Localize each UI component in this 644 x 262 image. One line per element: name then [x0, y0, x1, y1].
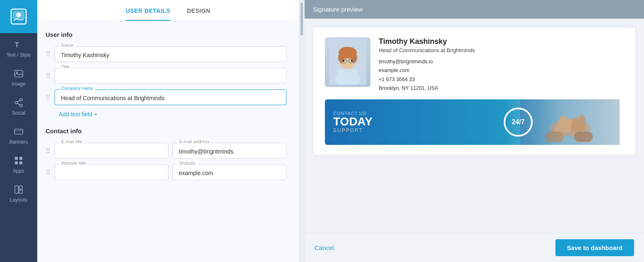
sidebar-item-layouts[interactable]: Layouts	[0, 178, 37, 207]
svg-point-8	[20, 104, 22, 107]
sidebar-item-image[interactable]: Image	[0, 62, 37, 91]
signature-card: Timothy Kashinsky Head of Communications…	[313, 27, 636, 155]
sig-email: timothy@brigntminds.io	[379, 58, 624, 66]
svg-point-30	[343, 60, 344, 62]
avatar-svg	[329, 39, 366, 85]
title-field-row: ⠿ Title	[46, 68, 286, 84]
svg-rect-16	[19, 161, 22, 164]
save-button[interactable]: Save to dashboard	[555, 239, 634, 256]
svg-rect-4	[14, 70, 23, 77]
preview-area: Signature preview	[305, 0, 644, 233]
social-icon	[14, 98, 24, 108]
tab-design[interactable]: DESIGN	[187, 7, 210, 21]
icon-sidebar: T Text / Style Image Social Banners	[0, 0, 37, 262]
logo-icon	[10, 8, 27, 25]
email-title-wrapper: E-mail title	[55, 143, 168, 159]
banner-clock: 24/7	[504, 108, 533, 137]
company-field-row: ⠿ Company name	[46, 89, 286, 105]
sidebar-item-label: Text / Style	[7, 52, 31, 58]
scroll-thumb[interactable]	[300, 2, 303, 36]
banner-247-label: 24/7	[512, 118, 524, 126]
drag-handle-email[interactable]: ⠿	[46, 147, 50, 155]
sidebar-item-label: Social	[12, 110, 26, 116]
sig-name: Timothy Kashinsky	[379, 37, 624, 46]
svg-rect-19	[19, 190, 22, 193]
title-input[interactable]	[55, 68, 286, 84]
website-title-wrapper: Website title	[55, 164, 168, 180]
website-title-input[interactable]	[55, 164, 168, 180]
banner-text: CONTACT US TODAY SUPPORT	[325, 111, 381, 133]
title-field-wrapper: Title	[55, 68, 286, 84]
svg-point-6	[20, 99, 22, 101]
svg-point-31	[351, 60, 353, 62]
sig-title: Head of Communications at Brightminds	[379, 47, 624, 53]
sig-contact: timothy@brigntminds.io example.com +1 67…	[379, 58, 624, 93]
website-field-row: ⠿ Website title Website	[46, 164, 286, 180]
layouts-icon	[14, 185, 24, 195]
add-text-field-btn[interactable]: Add text field +	[59, 111, 286, 118]
svg-point-2	[16, 12, 21, 17]
apps-icon	[14, 156, 24, 166]
add-text-label: Add text field	[59, 111, 92, 118]
svg-rect-37	[520, 99, 620, 145]
svg-rect-18	[19, 186, 22, 189]
image-icon	[14, 69, 24, 79]
banner-support-label: SUPPORT	[333, 127, 372, 133]
tabs-bar: USER DETAILS DESIGN	[37, 0, 299, 21]
contact-info-title: Contact info	[46, 127, 286, 135]
add-plus-icon: +	[94, 111, 97, 118]
sig-info: Timothy Kashinsky Head of Communications…	[379, 37, 624, 93]
drag-handle-name[interactable]: ⠿	[46, 50, 50, 58]
sidebar-item-banners[interactable]: Banners	[0, 120, 37, 149]
drag-handle-website[interactable]: ⠿	[46, 168, 50, 176]
email-address-wrapper: E-mail address	[173, 143, 286, 159]
name-field-wrapper: Name	[55, 46, 286, 62]
banner-today-label: TODAY	[333, 116, 372, 127]
email-title-input[interactable]	[55, 143, 168, 159]
banners-icon	[14, 127, 24, 137]
preview-header: Signature preview	[305, 0, 644, 19]
cancel-button[interactable]: Cancel	[315, 244, 334, 251]
sidebar-item-label: Banners	[10, 139, 28, 145]
name-field-row: ⠿ Name	[46, 46, 286, 62]
name-input[interactable]	[55, 46, 286, 62]
svg-line-10	[17, 103, 20, 105]
app-logo[interactable]	[0, 0, 37, 33]
sig-phone: +1 673 3664 33	[379, 75, 624, 84]
main-area: USER DETAILS DESIGN User info ⠿ Name ⠿ T…	[37, 0, 299, 262]
sig-banner: CONTACT US TODAY SUPPORT 24/7	[325, 99, 624, 145]
email-field-row: ⠿ E-mail title E-mail address	[46, 143, 286, 159]
avatar-inner	[325, 37, 370, 87]
sidebar-item-label: Image	[12, 81, 25, 87]
email-address-input[interactable]	[173, 143, 286, 159]
company-input[interactable]	[55, 89, 286, 105]
sig-top: Timothy Kashinsky Head of Communications…	[325, 37, 624, 93]
scroll-indicator	[299, 0, 305, 262]
sidebar-item-text-style[interactable]: T Text / Style	[0, 33, 37, 62]
website-input[interactable]	[173, 164, 286, 180]
hands-svg	[520, 99, 620, 145]
svg-rect-15	[15, 161, 18, 164]
user-info-title: User info	[46, 31, 286, 38]
company-field-wrapper: Company name	[55, 89, 286, 105]
svg-point-7	[15, 101, 17, 104]
sidebar-item-apps[interactable]: Apps	[0, 149, 37, 178]
svg-line-9	[17, 100, 20, 102]
website-wrapper: Website	[173, 164, 286, 180]
text-style-icon: T	[14, 40, 24, 50]
sidebar-item-label: Apps	[13, 168, 24, 174]
drag-handle-title[interactable]: ⠿	[46, 72, 50, 80]
bottom-bar: Cancel Save to dashboard	[305, 233, 644, 262]
svg-rect-14	[19, 157, 22, 160]
svg-text:T: T	[15, 41, 19, 48]
svg-rect-17	[15, 186, 18, 193]
svg-rect-22	[337, 69, 358, 85]
tab-user-details[interactable]: USER DETAILS	[126, 7, 171, 21]
sig-avatar	[325, 37, 370, 87]
sig-website: example.com	[379, 66, 624, 75]
sidebar-item-label: Layouts	[10, 197, 27, 203]
drag-handle-company[interactable]: ⠿	[46, 94, 50, 101]
sig-address: Brooklyn, NY 11201, USA	[379, 84, 624, 93]
sidebar-item-social[interactable]: Social	[0, 91, 37, 120]
svg-rect-11	[14, 129, 23, 134]
